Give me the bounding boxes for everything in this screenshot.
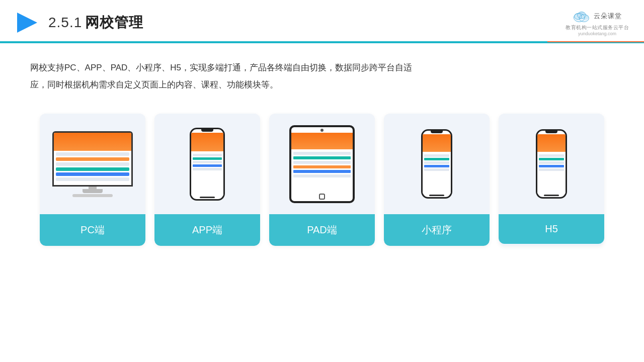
card-h5: H5 <box>499 114 604 246</box>
card-miniapp: 小程序 <box>384 114 490 246</box>
app-phone-device <box>190 128 225 201</box>
card-app: APP端 <box>154 114 260 246</box>
logo-name: 云朵课堂 <box>594 12 622 21</box>
cards-container: PC端 APP端 <box>0 104 644 256</box>
logo-tagline: 教育机构一站式服务云平台 <box>566 24 629 31</box>
logo-url: yunduoketang.com <box>578 31 616 36</box>
pad-device <box>289 125 355 203</box>
svg-marker-0 <box>17 13 37 33</box>
card-h5-label: H5 <box>499 214 604 244</box>
header-left: 2.5.1网校管理 <box>15 11 143 35</box>
card-pad: PAD端 <box>269 114 375 246</box>
title-text: 网校管理 <box>85 15 143 30</box>
card-miniapp-image <box>384 114 490 214</box>
logo-area: 云朵课堂 教育机构一站式服务云平台 yunduoketang.com <box>566 9 629 36</box>
card-h5-image <box>499 114 604 214</box>
play-icon <box>15 11 39 35</box>
card-app-image <box>154 114 260 214</box>
card-app-label: APP端 <box>154 214 260 246</box>
card-pc-label: PC端 <box>40 214 145 246</box>
pc-screen <box>52 131 133 187</box>
card-pc: PC端 <box>40 114 145 246</box>
header-divider <box>0 41 644 42</box>
page-title: 2.5.1网校管理 <box>48 13 143 32</box>
logo-cloud: 云朵课堂 <box>573 9 622 23</box>
card-pad-image <box>269 114 375 214</box>
h5-phone-device <box>536 129 567 199</box>
description-paragraph: 网校支持PC、APP、PAD、小程序、H5，实现多端打通，产品各终端自由切换，数… <box>30 59 423 94</box>
cloud-icon <box>573 9 591 23</box>
pc-device <box>52 131 133 197</box>
miniapp-phone-device <box>421 129 452 199</box>
card-pad-label: PAD端 <box>269 214 375 246</box>
title-number: 2.5.1 <box>48 15 82 30</box>
header: 2.5.1网校管理 云朵课堂 教育机构一站式服务云平台 yunduoketang… <box>0 0 644 43</box>
description-text: 网校支持PC、APP、PAD、小程序、H5，实现多端打通，产品各终端自由切换，数… <box>0 43 453 104</box>
card-pc-image <box>40 114 145 214</box>
card-miniapp-label: 小程序 <box>384 214 490 246</box>
